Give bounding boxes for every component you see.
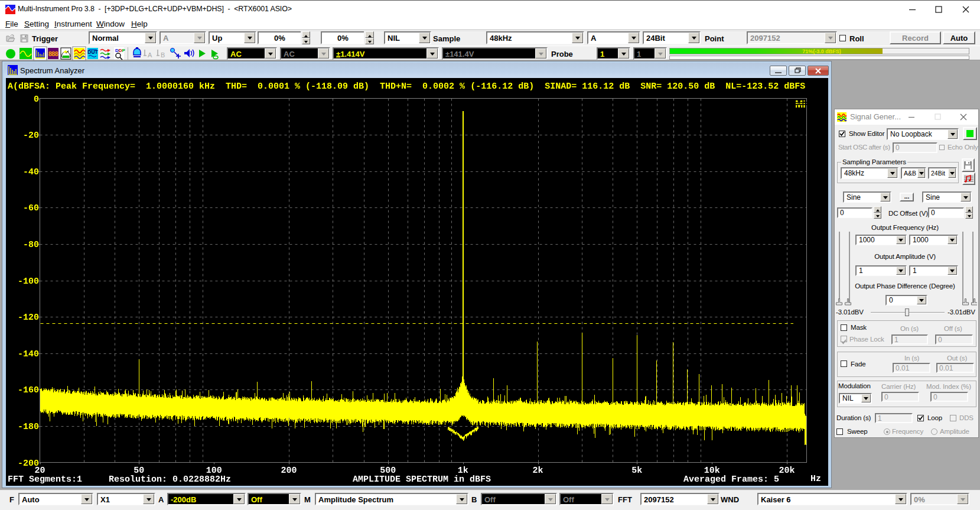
svg-text:DDP: DDP: [115, 48, 126, 53]
svg-text:A: A: [148, 51, 152, 59]
svg-text:888: 888: [48, 50, 58, 57]
svg-text:B: B: [161, 51, 165, 59]
